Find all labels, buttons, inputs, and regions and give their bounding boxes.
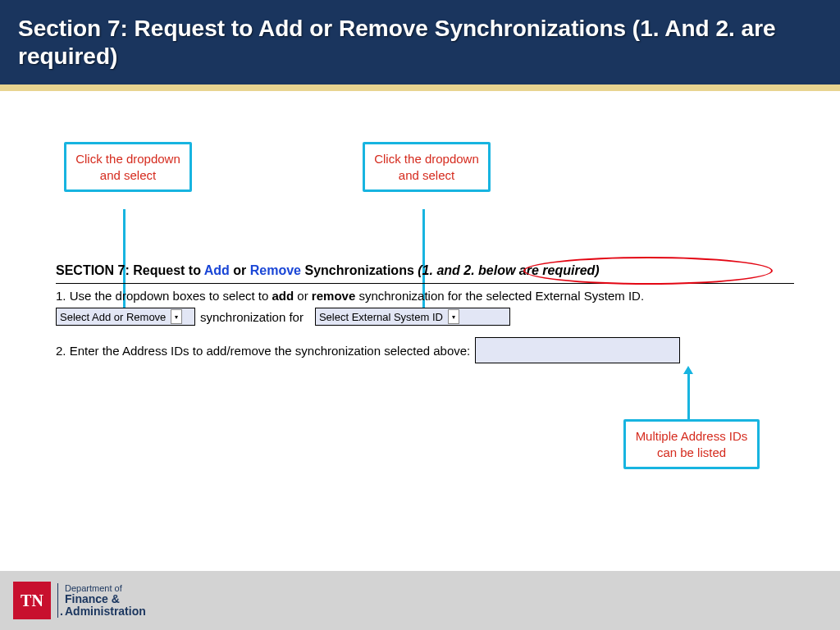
header-title: Section 7: Request to Add or Remove Sync… xyxy=(18,16,776,69)
chevron-down-icon: ▾ xyxy=(171,309,182,324)
line1-or: or xyxy=(294,289,312,303)
arrow-line-3 xyxy=(687,372,690,419)
tn-badge: TN xyxy=(13,582,51,619)
gold-strip xyxy=(0,84,840,91)
select-external-label: Select External System ID xyxy=(319,311,443,323)
dropdown-row: Select Add or Remove ▾ synchronization f… xyxy=(56,308,794,326)
callout-dropdown-left: Click the dropdown and select xyxy=(64,142,192,192)
footer: TN Department of Finance & Administratio… xyxy=(0,571,840,630)
callout-dropdown-right: Click the dropdown and select xyxy=(363,142,491,192)
arrow-head-up-icon xyxy=(683,366,693,374)
instruction-1: 1. Use the dropdown boxes to select to a… xyxy=(56,289,794,303)
section-label: SECTION 7: Request to xyxy=(56,263,204,277)
sync-word: Synchronizations xyxy=(301,263,418,277)
section-title: SECTION 7: Request to Add or Remove Sync… xyxy=(56,263,794,278)
line1-pre: 1. Use the dropdown boxes to select to xyxy=(56,289,272,303)
dept-line3: Administration xyxy=(65,605,146,618)
address-ids-input[interactable] xyxy=(475,337,680,363)
remove-word: Remove xyxy=(250,263,301,277)
select-external-system-id[interactable]: Select External System ID ▾ xyxy=(315,308,510,326)
divider xyxy=(56,283,794,284)
form-area: SECTION 7: Request to Add or Remove Sync… xyxy=(56,263,794,363)
mid-text: synchronization for xyxy=(200,310,304,324)
department-label: Department of Finance & Administration xyxy=(57,583,146,619)
instruction-2-row: 2. Enter the Address IDs to add/remove t… xyxy=(56,337,794,363)
required-note: (1. and 2. below are required) xyxy=(418,263,599,277)
or-word: or xyxy=(230,263,250,277)
select-add-remove-label: Select Add or Remove xyxy=(60,311,166,323)
line1-remove: remove xyxy=(312,289,355,303)
instruction-2: 2. Enter the Address IDs to add/remove t… xyxy=(56,344,470,358)
page-header: Section 7: Request to Add or Remove Sync… xyxy=(0,0,840,84)
select-add-remove[interactable]: Select Add or Remove ▾ xyxy=(56,308,195,326)
add-word: Add xyxy=(204,263,230,277)
dept-line1: Department of xyxy=(65,583,146,593)
dept-line2: Finance & xyxy=(65,593,146,605)
chevron-down-icon: ▾ xyxy=(448,309,459,324)
content-area: Click the dropdown and select Click the … xyxy=(0,91,840,562)
tn-badge-text: TN xyxy=(21,591,43,610)
callout-address-ids: Multiple Address IDs can be listed xyxy=(623,419,760,469)
line1-add: add xyxy=(272,289,294,303)
line1-post: synchronization for the selected Externa… xyxy=(355,289,644,303)
